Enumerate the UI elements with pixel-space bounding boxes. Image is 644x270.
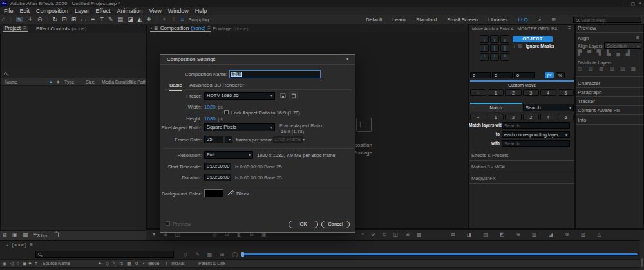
trash-icon[interactable] xyxy=(54,231,59,239)
menu-animation[interactable]: Animation xyxy=(117,8,142,14)
motion-blur-switch-icon[interactable]: ⊘ xyxy=(135,261,139,266)
quality-switch-icon[interactable]: ╲ xyxy=(113,261,115,266)
character-panel-header[interactable]: Character xyxy=(578,81,600,86)
current-time-icon[interactable]: ⊡ xyxy=(225,232,229,237)
anchor-z-input[interactable]: 0 xyxy=(514,72,535,78)
timeline-tab[interactable]: ● (none) ≡ xyxy=(6,242,33,248)
match-4-button[interactable]: 4 xyxy=(540,114,556,120)
height-value[interactable]: 1080 xyxy=(204,116,216,122)
shy-switch-icon[interactable]: ✦ xyxy=(98,261,102,266)
menu-effect[interactable]: Effect xyxy=(96,8,111,14)
panel-menu-icon[interactable]: ≡ xyxy=(207,26,211,31)
audio-icon[interactable]: ◁ xyxy=(10,261,13,266)
new-composition-icon[interactable]: ▦ xyxy=(23,232,28,238)
dialog-close-icon[interactable]: × xyxy=(346,57,349,62)
eyedropper-icon[interactable] xyxy=(227,189,234,197)
anchor-left-button[interactable]: ├ xyxy=(480,44,489,52)
lock-aspect-checkbox[interactable] xyxy=(224,110,229,114)
camera-tool-icon[interactable]: ⊡ xyxy=(62,17,67,22)
reset-exposure-icon[interactable]: ◩ xyxy=(500,232,505,237)
match-2-button[interactable]: 2 xyxy=(505,114,521,120)
tag-icon[interactable]: ◆ xyxy=(57,80,60,84)
menu-help[interactable]: Help xyxy=(195,8,207,14)
cancel-button[interactable]: Cancel xyxy=(321,221,350,228)
brush-tool-icon[interactable]: ✎ xyxy=(108,17,113,22)
workspace-default[interactable]: Default xyxy=(366,17,382,22)
workspace-learn[interactable]: Learn xyxy=(392,17,405,22)
distribute-v-center-icon[interactable]: ▥ xyxy=(589,66,594,71)
percent-unit-button[interactable]: % xyxy=(556,72,565,78)
new-folder-icon[interactable]: ▣ xyxy=(12,232,17,238)
menu-composition[interactable]: Composition xyxy=(36,8,68,14)
anchor-center-button[interactable]: ┼ xyxy=(490,44,499,52)
timeline-scrollbar[interactable] xyxy=(640,240,644,270)
preview-panel-header[interactable]: Preview xyxy=(578,26,596,31)
col-media-duration[interactable]: Media Duration xyxy=(102,80,132,84)
comp-name-input[interactable]: 制图 xyxy=(229,70,321,78)
ok-button[interactable]: OK xyxy=(289,221,318,228)
distribute-left-icon[interactable]: ▧ xyxy=(610,66,615,71)
width-value[interactable]: 1920 xyxy=(204,105,216,110)
col-type[interactable]: Type xyxy=(64,80,74,84)
rotobrush-tool-icon[interactable]: ◭ xyxy=(138,17,142,22)
search-mode-dropdown[interactable]: Search xyxy=(523,104,574,111)
match-1-button[interactable]: 1 xyxy=(488,114,504,120)
align-selection-dropdown[interactable]: Selection xyxy=(604,42,641,49)
draft3d-icon[interactable]: ✎ xyxy=(195,252,200,257)
orbit-tool-icon[interactable]: ↻ xyxy=(53,17,58,22)
always-preview-icon[interactable]: ▾ xyxy=(153,232,155,237)
tab-3d-renderer[interactable]: 3D Renderer xyxy=(214,83,244,88)
workspace-standard[interactable]: Standard xyxy=(416,17,437,22)
save-preset-icon[interactable] xyxy=(280,93,286,100)
show-channel-icon[interactable]: ▣ xyxy=(261,232,267,237)
panel-menu-icon[interactable]: ≡ xyxy=(30,242,33,248)
pen-tool-icon[interactable]: ✒ xyxy=(91,17,96,22)
distribute-top-icon[interactable]: ▤ xyxy=(578,66,583,71)
match-tab[interactable]: Match xyxy=(470,103,522,112)
distribute-h-center-icon[interactable]: ▨ xyxy=(620,66,625,71)
roi-icon[interactable]: ⊘ xyxy=(371,232,375,237)
choose-grid-icon[interactable]: ◫ xyxy=(175,232,180,237)
panel-extra5-icon[interactable]: ◬ xyxy=(597,232,601,237)
camera-view-icon[interactable]: ◫ xyxy=(393,232,399,237)
info-panel-header[interactable]: Info xyxy=(578,118,586,123)
custom-move-add-button[interactable]: + xyxy=(470,89,486,96)
pixel-aspect-ratio-dropdown[interactable]: Square Pixels xyxy=(204,123,275,131)
selection-tool-icon[interactable]: ↖ xyxy=(16,17,24,22)
solo-icon[interactable]: ○ xyxy=(17,261,19,266)
align-top-icon[interactable]: ▙ xyxy=(607,51,611,56)
content-aware-fill-panel-header[interactable]: Content-Aware Fill xyxy=(578,108,620,113)
duration-input[interactable]: 0:00:06:00 xyxy=(204,174,231,181)
align-panel-header[interactable]: Align xyxy=(578,36,589,41)
menu-edit[interactable]: Edit xyxy=(20,8,30,14)
menu-view[interactable]: View xyxy=(149,8,161,14)
tab-project[interactable]: Project ≡ xyxy=(3,26,28,32)
panel-extra4-icon[interactable]: ▧ xyxy=(581,232,586,237)
col-name[interactable]: Name xyxy=(5,80,17,84)
pan-behind-tool-icon[interactable]: ⊞ xyxy=(71,17,77,22)
panel-extra2-icon[interactable]: ◪ xyxy=(549,232,554,237)
collapse-switch-icon[interactable]: ◇ xyxy=(106,261,109,266)
panel-menu-icon[interactable]: ≡ xyxy=(636,35,639,40)
effects-presets-panel-header[interactable]: Effects & Presets xyxy=(469,152,574,161)
anchor-top-right-button[interactable]: ┐ xyxy=(500,35,509,43)
label-color-icon[interactable]: ◆ xyxy=(28,261,32,265)
align-v-center-icon[interactable]: ▄ xyxy=(616,51,620,56)
anchor-bottom-right-button[interactable]: ┘ xyxy=(500,53,509,61)
hand-tool-icon[interactable]: ✛ xyxy=(28,17,33,22)
align-h-center-icon[interactable]: ▀ xyxy=(587,51,591,56)
col-file-path[interactable]: File Path xyxy=(129,80,147,84)
puppet-tool-icon[interactable]: ✚ xyxy=(146,17,151,22)
align-left-icon[interactable]: ▛ xyxy=(578,51,582,56)
tab-advanced[interactable]: Advanced xyxy=(189,83,213,88)
to-dropdown[interactable]: each corresponding layer xyxy=(502,131,570,138)
match-3-button[interactable]: 3 xyxy=(523,114,539,120)
flowchart-icon[interactable]: ▤ xyxy=(483,232,488,237)
resolution-icon[interactable]: ◔ xyxy=(361,232,364,237)
exposure-icon[interactable]: ⊕ xyxy=(516,232,520,237)
motion-blur-icon[interactable]: ◯ xyxy=(232,252,238,257)
mask-visibility-icon[interactable]: ◎ xyxy=(213,232,217,237)
anchor-bottom-button[interactable]: ┴ xyxy=(490,53,499,61)
menu-layer[interactable]: Layer xyxy=(75,8,90,14)
magiyunfx-panel-header[interactable]: MagiyunFX xyxy=(469,175,574,184)
